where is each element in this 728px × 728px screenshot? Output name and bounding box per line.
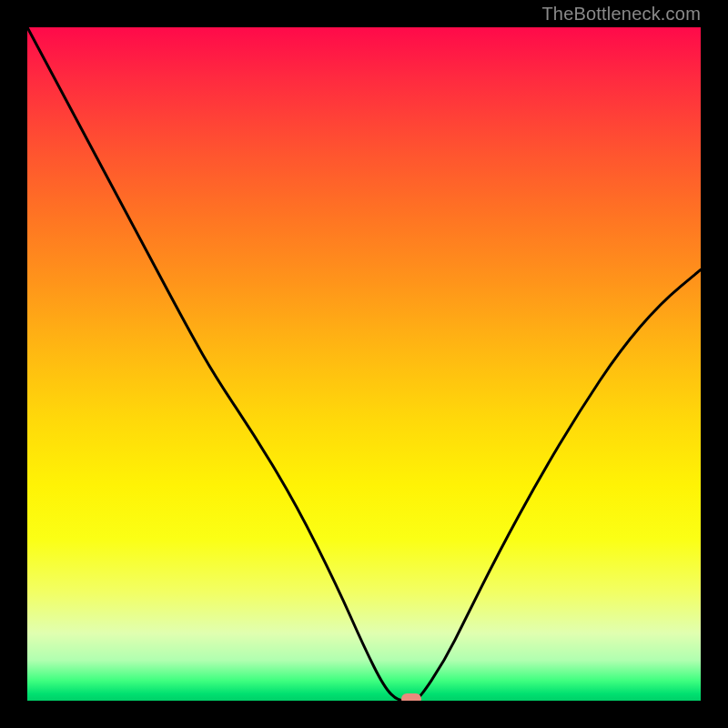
chart-frame: TheBottleneck.com — [0, 0, 728, 728]
marker-dot — [401, 693, 421, 701]
plot-area — [27, 27, 701, 701]
gradient-background — [27, 27, 701, 701]
watermark-text: TheBottleneck.com — [541, 4, 701, 25]
